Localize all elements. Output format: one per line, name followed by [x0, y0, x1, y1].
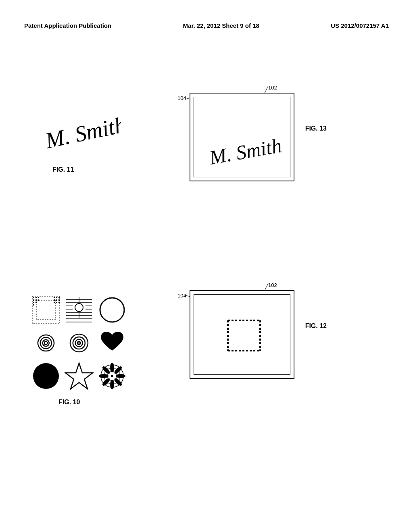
header-publication-type: Patent Application Publication — [24, 22, 111, 29]
fig12-dotted-square-svg — [218, 314, 270, 359]
svg-rect-20 — [58, 299, 60, 301]
svg-rect-21 — [54, 302, 55, 303]
svg-point-50 — [99, 374, 108, 378]
fig11-area: M. Smith FIG. 11 — [40, 101, 121, 161]
fig10-label: FIG. 10 — [58, 399, 80, 406]
svg-point-37 — [100, 298, 124, 322]
svg-text:M. Smith: M. Smith — [43, 112, 121, 153]
svg-point-39 — [33, 363, 59, 389]
svg-rect-19 — [56, 299, 57, 301]
header-date-sheet: Mar. 22, 2012 Sheet 9 of 18 — [183, 22, 259, 29]
svg-rect-22 — [56, 302, 57, 303]
fig13-signature-in-box: M. Smith — [197, 98, 294, 179]
stamp-circle — [96, 294, 128, 326]
svg-rect-16 — [56, 297, 57, 298]
header-patent-number: US 2012/0072157 A1 — [331, 22, 389, 29]
stamp-sun-lines — [63, 294, 95, 326]
svg-rect-6 — [33, 297, 34, 298]
fig12-label: FIG. 12 — [305, 322, 327, 330]
stamp-spiral2 — [63, 327, 95, 359]
fig12-ref104: 104 — [177, 293, 186, 299]
fig13-label: FIG. 13 — [305, 125, 327, 132]
header: Patent Application Publication Mar. 22, … — [24, 22, 389, 29]
svg-point-24 — [75, 303, 83, 312]
page: Patent Application Publication Mar. 22, … — [0, 0, 413, 532]
svg-rect-18 — [54, 299, 55, 301]
fig13-document-box: M. Smith — [190, 93, 294, 181]
svg-rect-5 — [36, 300, 56, 320]
fig12-area: 102 104 — [190, 290, 294, 379]
stamp-spiral1 — [30, 327, 62, 359]
fig13-ref104: 104 — [177, 95, 186, 101]
svg-point-48 — [110, 380, 114, 389]
stamp-heart — [96, 327, 128, 359]
svg-point-44 — [110, 363, 114, 372]
svg-marker-40 — [65, 363, 93, 389]
svg-rect-7 — [35, 297, 37, 298]
svg-point-53 — [111, 375, 113, 377]
svg-rect-23 — [58, 302, 60, 303]
svg-rect-10 — [35, 299, 37, 301]
svg-rect-11 — [38, 299, 39, 301]
svg-point-38 — [78, 342, 80, 344]
fig10-area: FIG. 10 — [30, 294, 128, 392]
stamps-grid — [30, 294, 128, 392]
fig11-signature-svg: M. Smith — [40, 101, 121, 161]
fig12-document-box — [190, 290, 294, 379]
fig13-area: 102 104 M. Smith FIG. 13 — [190, 93, 294, 181]
svg-rect-13 — [35, 302, 37, 303]
svg-rect-17 — [58, 297, 60, 298]
svg-text:M. Smith: M. Smith — [207, 134, 284, 169]
svg-point-46 — [116, 374, 125, 378]
svg-rect-15 — [54, 297, 55, 298]
stamp-ornate — [96, 360, 128, 392]
stamp-dotted-grid — [30, 294, 62, 326]
stamp-black-circle — [30, 360, 62, 392]
svg-rect-14 — [33, 304, 34, 305]
stamp-star — [63, 360, 95, 392]
fig12-stamp-content — [218, 314, 266, 355]
svg-rect-12 — [33, 302, 34, 303]
svg-rect-8 — [38, 297, 39, 298]
fig11-label: FIG. 11 — [52, 166, 74, 173]
svg-rect-9 — [33, 299, 34, 301]
